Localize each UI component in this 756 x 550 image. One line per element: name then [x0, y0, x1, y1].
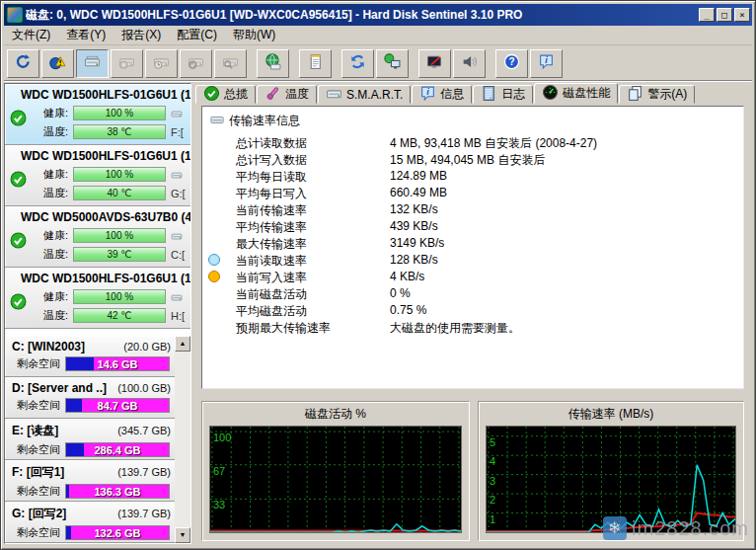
- partition-name: D: [Server and ..]: [12, 381, 107, 395]
- disk-item-3[interactable]: WDC WD1500HLFS-01G6U1 (13健康:100 %温度:42 ℃…: [5, 268, 190, 329]
- tab-警示(A)[interactable]: 警示(A): [619, 85, 695, 104]
- report-button[interactable]: [299, 49, 332, 78]
- temp-label: 温度:: [33, 124, 68, 139]
- health-label: 健康:: [33, 106, 68, 120]
- partition-item-1[interactable]: D: [Server and ..](100.0 GB)剩余空间84.7 GB: [5, 377, 175, 419]
- speaker-button[interactable]: [453, 49, 486, 78]
- app-icon: [7, 7, 23, 23]
- app-window: 磁盘: 0, WDC WD1500HLFS-01G6U1 [WD-WXC0CA9…: [0, 0, 756, 550]
- info-value: 124.89 MB: [390, 169, 447, 183]
- partition-name: C: [WIN2003]: [12, 340, 85, 354]
- disk-list: WDC WD1500HLFS-01G6U1 (13健康:100 %温度:38 ℃…: [5, 84, 190, 329]
- disk-item-2[interactable]: WDC WD5000AVDS-63U7B0 (46健康:100 %温度:39 ℃…: [5, 206, 190, 268]
- disk-warning-icon: [49, 53, 66, 74]
- scroll-up-icon[interactable]: ▲: [175, 336, 190, 352]
- info-label: 平均磁盘活动: [236, 303, 307, 320]
- info-label: 当前磁盘活动: [236, 286, 307, 303]
- svg-text:3: 3: [490, 475, 495, 487]
- tab-label: 温度: [285, 86, 309, 103]
- info-button[interactable]: i: [530, 49, 563, 78]
- info-value: 3149 KB/s: [390, 236, 444, 250]
- info-row-4: 当前传输速率132 KB/s: [202, 201, 743, 218]
- info-label: 平均每日写入: [236, 186, 307, 202]
- partition-item-0[interactable]: C: [WIN2003](20.0 GB)剩余空间14.6 GB: [5, 336, 175, 377]
- cyan-bullet-icon: [208, 254, 220, 266]
- menu-item-1[interactable]: 查看(Y): [58, 25, 113, 45]
- temp-label: 温度:: [33, 308, 68, 323]
- gauge-icon: [542, 84, 559, 104]
- disk-tiny-icon: [171, 291, 183, 303]
- free-space-bar: 84.7 GB: [65, 398, 170, 413]
- disk-item-0[interactable]: WDC WD1500HLFS-01G6U1 (13健康:100 %温度:38 ℃…: [5, 84, 190, 145]
- disk-cd-icon: [118, 53, 135, 74]
- tab-信息[interactable]: i信息: [412, 85, 472, 104]
- drive-letter: C:[: [171, 249, 185, 261]
- scroll-down-icon[interactable]: ▼: [175, 527, 190, 543]
- drive-letter: G:[: [171, 188, 186, 199]
- health-bar: 100 %: [73, 167, 166, 182]
- disk-item-1[interactable]: WDC WD1500HLFS-01G6U1 (13健康:100 %温度:40 ℃…: [5, 145, 190, 206]
- info-row-3: 平均每日写入660.49 MB: [202, 185, 743, 201]
- disk-ok-icon: [10, 293, 27, 314]
- disk-small-icon: [326, 85, 342, 105]
- disk-model: WDC WD1500HLFS-01G6U1 (13: [5, 268, 190, 286]
- health-bar: 100 %: [73, 228, 166, 243]
- disk-drive-button[interactable]: [76, 49, 109, 78]
- mail-sync-icon: [349, 53, 366, 74]
- tab-日志[interactable]: 日志: [473, 85, 533, 104]
- info-label: 预期最大传输速率: [236, 320, 331, 337]
- tab-磁盘性能[interactable]: 磁盘性能: [534, 83, 618, 104]
- window-title: 磁盘: 0, WDC WD1500HLFS-01G6U1 [WD-WXC0CA9…: [26, 7, 699, 24]
- disk-clock-icon: [153, 53, 170, 74]
- disk-search-icon: [222, 53, 239, 74]
- menu-item-4[interactable]: 帮助(W): [225, 25, 283, 45]
- refresh-button[interactable]: [7, 49, 39, 78]
- disk-warning-button[interactable]: [41, 49, 74, 78]
- check-icon: [203, 85, 220, 105]
- globe-disk-icon: [265, 53, 281, 74]
- tab-S.M.A.R.T.[interactable]: S.M.A.R.T.: [318, 85, 411, 104]
- menu-item-3[interactable]: 配置(C): [169, 25, 225, 45]
- svg-text:?: ?: [508, 56, 514, 67]
- refresh-icon: [15, 53, 32, 74]
- info-value: 4 MB, 93,418 MB 自安装后 (2008-4-27): [390, 135, 597, 152]
- free-space-label: 剩余空间: [17, 356, 60, 371]
- temp-bar: 40 ℃: [73, 186, 166, 200]
- partition-item-2[interactable]: E: [读盘](345.7 GB)剩余空间286.4 GB: [5, 419, 175, 460]
- menu-item-2[interactable]: 报告(X): [113, 25, 169, 45]
- tab-label: 警示(A): [647, 86, 687, 103]
- info-row-1: 总计写入数据15 MB, 494,045 MB 自安装后: [202, 151, 743, 168]
- info-value: 4 KB/s: [390, 270, 424, 283]
- temp-bar: 38 ℃: [73, 124, 166, 139]
- network-button[interactable]: [376, 49, 409, 78]
- maximize-button[interactable]: □: [717, 8, 732, 22]
- partition-scrollbar[interactable]: ▲ ▼: [175, 336, 190, 543]
- help-button[interactable]: ?: [495, 49, 528, 78]
- minimize-button[interactable]: _: [699, 8, 715, 22]
- tab-总揽[interactable]: 总揽: [195, 85, 256, 104]
- free-space-value: 14.6 GB: [66, 357, 169, 370]
- menu-bar: 文件(Z)查看(Y)报告(X)配置(C)帮助(W): [4, 26, 752, 45]
- disk-mini-icon: [210, 113, 224, 129]
- close-button[interactable]: ×: [734, 8, 750, 22]
- info-row-7: 当前读取速率128 KB/s: [202, 252, 743, 269]
- partition-item-3[interactable]: F: [回写1](139.7 GB)剩余空间136.3 GB: [5, 460, 175, 502]
- disk-activity-chartbox: 磁盘活动 % 3367100: [201, 401, 470, 541]
- main-panel: 总揽温度S.M.A.R.T.i信息日志磁盘性能警示(A) 传输速率信息 总计读取…: [194, 83, 751, 544]
- free-space-bar: 132.6 GB: [65, 525, 170, 540]
- temp-bar: 39 ℃: [73, 247, 166, 262]
- partition-size: (20.0 GB): [123, 341, 171, 353]
- tab-温度[interactable]: 温度: [257, 85, 317, 104]
- menu-item-0[interactable]: 文件(Z): [4, 25, 58, 45]
- svg-text:2: 2: [490, 494, 495, 506]
- partition-size: (139.7 GB): [117, 466, 171, 478]
- info-row-8: 当前写入速率4 KB/s: [202, 269, 743, 285]
- globe-disk-button[interactable]: [257, 49, 289, 78]
- svg-text:4: 4: [490, 455, 495, 467]
- mail-sync-button[interactable]: [341, 49, 374, 78]
- partition-item-4[interactable]: G: [回写2](139.7 GB)剩余空间132.6 GB: [5, 502, 175, 543]
- free-space-value: 132.6 GB: [66, 526, 169, 539]
- remote-monitor-button[interactable]: [418, 49, 451, 78]
- help-icon: ?: [503, 53, 520, 74]
- partition-size: (345.7 GB): [117, 425, 171, 436]
